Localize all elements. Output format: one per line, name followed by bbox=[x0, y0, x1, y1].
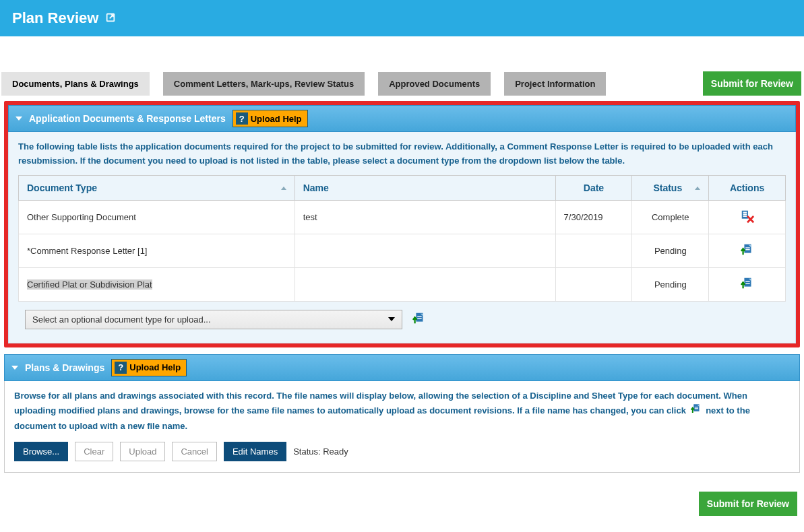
upload-help-label: Upload Help bbox=[129, 362, 181, 372]
svg-rect-12 bbox=[745, 283, 749, 284]
tabs-row: Documents, Plans & Drawings Comment Lett… bbox=[0, 71, 804, 96]
svg-rect-16 bbox=[417, 318, 421, 319]
tab-project-information[interactable]: Project Information bbox=[504, 72, 606, 96]
clear-button[interactable]: Clear bbox=[75, 442, 113, 461]
tab-documents-plans-drawings[interactable]: Documents, Plans & Drawings bbox=[1, 72, 150, 96]
section-header-plans-drawings[interactable]: Plans & Drawings ? Upload Help bbox=[4, 354, 800, 381]
submit-for-review-button[interactable]: Submit for Review bbox=[703, 71, 801, 96]
documents-table: Document Type Name Date Status Actions bbox=[18, 175, 786, 302]
tab-comment-letters[interactable]: Comment Letters, Mark-ups, Review Status bbox=[163, 72, 365, 96]
svg-rect-3 bbox=[743, 213, 747, 215]
page-title: Plan Review bbox=[12, 9, 98, 27]
plans-intro-text: Browse for all plans and drawings associ… bbox=[14, 389, 790, 434]
cell-date: 7/30/2019 bbox=[555, 200, 632, 234]
upload-status: Status: Ready bbox=[293, 446, 348, 457]
cell-actions bbox=[709, 200, 786, 234]
svg-rect-19 bbox=[694, 407, 698, 407]
cell-status: Pending bbox=[632, 267, 709, 301]
upload-optional-document-icon[interactable] bbox=[412, 311, 427, 328]
col-status[interactable]: Status bbox=[632, 175, 709, 200]
chevron-down-icon bbox=[16, 117, 22, 121]
sort-asc-icon bbox=[695, 187, 700, 190]
question-mark-icon: ? bbox=[236, 112, 248, 125]
tabs: Documents, Plans & Drawings Comment Lett… bbox=[1, 72, 703, 96]
col-name[interactable]: Name bbox=[295, 175, 555, 200]
svg-rect-20 bbox=[694, 409, 698, 409]
section-header-application-documents[interactable]: Application Documents & Response Letters… bbox=[8, 105, 796, 132]
upload-document-icon bbox=[690, 403, 702, 420]
browse-button[interactable]: Browse... bbox=[14, 442, 68, 461]
svg-rect-15 bbox=[417, 316, 421, 317]
col-date[interactable]: Date bbox=[555, 175, 632, 200]
table-row: Other Supporting Document test 7/30/2019… bbox=[19, 200, 786, 234]
cell-doc-type: Other Supporting Document bbox=[19, 200, 295, 234]
upload-document-icon[interactable] bbox=[740, 249, 755, 259]
cell-doc-type: Certified Plat or Subdivision Plat bbox=[19, 267, 295, 301]
sort-asc-icon bbox=[281, 187, 286, 190]
select-placeholder: Select an optional document type for upl… bbox=[32, 314, 211, 325]
cell-name bbox=[295, 234, 555, 267]
chevron-down-icon bbox=[11, 366, 18, 370]
cell-status: Complete bbox=[632, 200, 709, 234]
footer: Submit for Review bbox=[3, 473, 801, 523]
svg-rect-2 bbox=[743, 211, 747, 213]
section-body-plans-drawings: Browse for all plans and drawings associ… bbox=[4, 381, 800, 473]
tab-approved-documents[interactable]: Approved Documents bbox=[378, 72, 491, 96]
section-body-application-documents: The following table lists the applicatio… bbox=[8, 132, 796, 343]
svg-rect-7 bbox=[745, 247, 749, 248]
cell-actions bbox=[709, 267, 786, 301]
plans-button-row: Browse... Clear Upload Cancel Edit Names… bbox=[14, 442, 790, 461]
svg-rect-8 bbox=[745, 249, 749, 250]
section-intro-text: The following table lists the applicatio… bbox=[18, 140, 786, 168]
highlight-callout: Application Documents & Response Letters… bbox=[4, 101, 800, 347]
svg-rect-4 bbox=[743, 215, 747, 217]
cell-actions bbox=[709, 234, 786, 267]
table-row: *Comment Response Letter [1] Pending bbox=[19, 234, 786, 267]
col-document-type[interactable]: Document Type bbox=[19, 175, 295, 200]
edit-names-button[interactable]: Edit Names bbox=[224, 442, 286, 461]
cell-status: Pending bbox=[632, 234, 709, 267]
section-title: Application Documents & Response Letters bbox=[29, 113, 226, 124]
chevron-down-icon bbox=[388, 317, 395, 321]
cell-date bbox=[555, 267, 632, 301]
upload-document-icon[interactable] bbox=[740, 283, 755, 293]
upload-help-label: Upload Help bbox=[251, 114, 302, 124]
optional-document-type-select[interactable]: Select an optional document type for upl… bbox=[25, 310, 402, 329]
upload-help-button[interactable]: ? Upload Help bbox=[233, 110, 308, 127]
col-actions: Actions bbox=[709, 175, 786, 200]
upload-button[interactable]: Upload bbox=[120, 442, 165, 461]
section-title: Plans & Drawings bbox=[25, 362, 104, 373]
delete-document-icon[interactable] bbox=[740, 215, 755, 226]
table-row: Certified Plat or Subdivision Plat Pendi… bbox=[19, 267, 786, 301]
cell-date bbox=[555, 234, 632, 267]
optional-upload-row: Select an optional document type for upl… bbox=[18, 302, 786, 332]
cell-name: test bbox=[295, 200, 555, 234]
open-in-new-icon[interactable] bbox=[105, 9, 116, 27]
cancel-button[interactable]: Cancel bbox=[172, 442, 216, 461]
submit-for-review-button-footer[interactable]: Submit for Review bbox=[699, 492, 797, 516]
upload-help-button[interactable]: ? Upload Help bbox=[111, 359, 187, 376]
cell-name bbox=[295, 267, 555, 301]
header-bar: Plan Review bbox=[0, 0, 804, 36]
cell-doc-type: *Comment Response Letter [1] bbox=[19, 234, 295, 267]
svg-rect-11 bbox=[745, 281, 749, 281]
question-mark-icon: ? bbox=[115, 362, 127, 374]
